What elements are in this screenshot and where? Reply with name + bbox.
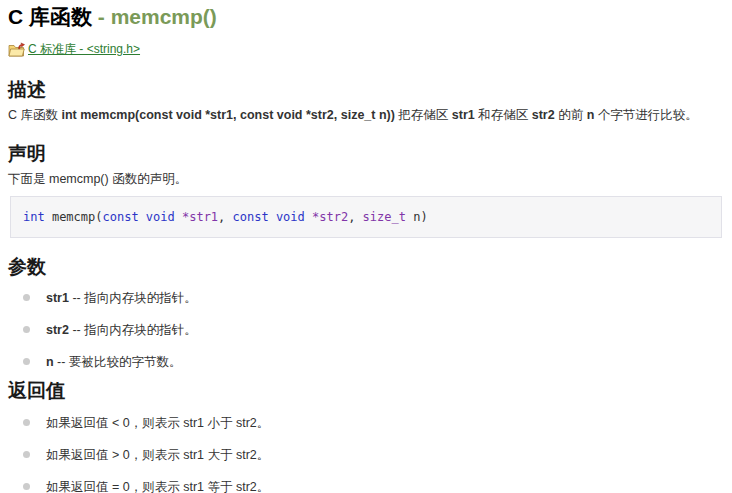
param-item: n -- 要被比较的字节数。 xyxy=(23,354,724,370)
page-title-function: - memcmp() xyxy=(98,5,217,28)
code-block: int memcmp(const void *str1, const void … xyxy=(10,196,722,238)
returns-list: 如果返回值 < 0，则表示 str1 小于 str2。 如果返回值 > 0，则表… xyxy=(8,415,724,493)
section-heading-parameters: 参数 xyxy=(8,256,724,278)
description-paragraph: C 库函数 int memcmp(const void *str1, const… xyxy=(8,107,724,123)
code-punctuation: , xyxy=(218,210,232,224)
code-punctuation: , xyxy=(348,210,362,224)
document-page: { "title": { "main": "C 库函数 ", "function… xyxy=(0,0,732,493)
description-mid3: 的前 xyxy=(555,108,587,122)
page-title: C 库函数 - memcmp() xyxy=(8,5,724,29)
stdlib-string-h-link[interactable]: C 标准库 - <string.h> xyxy=(28,41,140,58)
param-desc: -- 要被比较的字节数。 xyxy=(54,355,182,369)
description-signature: int memcmp(const void *str1, const void … xyxy=(61,108,394,122)
code-type: size_t xyxy=(363,210,406,224)
code-line: int memcmp(const void *str1, const void … xyxy=(23,210,428,224)
bullet-icon xyxy=(23,326,30,333)
section-heading-returns: 返回值 xyxy=(8,380,724,402)
return-text: 如果返回值 < 0，则表示 str1 小于 str2。 xyxy=(46,416,269,430)
description-post: 个字节进行比较。 xyxy=(594,108,697,122)
description-mid2: 和存储区 xyxy=(475,108,532,122)
param-desc: -- 指向内存块的指针。 xyxy=(69,291,197,305)
section-heading-declaration: 声明 xyxy=(8,143,724,165)
code-function: memcmp( xyxy=(52,210,103,224)
param-term: n xyxy=(46,355,54,369)
description-mid1: 把存储区 xyxy=(395,108,452,122)
declaration-intro: 下面是 memcmp() 函数的声明。 xyxy=(8,171,724,187)
folder-up-arrow-icon[interactable] xyxy=(8,42,25,58)
return-text: 如果返回值 = 0，则表示 str1 等于 str2。 xyxy=(46,480,269,493)
code-identifier: *str1 xyxy=(182,210,218,224)
bullet-icon xyxy=(23,419,30,426)
param-item: str2 -- 指向内存块的指针。 xyxy=(23,322,724,338)
bullet-icon xyxy=(23,451,30,458)
page-title-main: C 库函数 xyxy=(8,5,98,28)
bullet-icon xyxy=(23,483,30,490)
bullet-icon xyxy=(23,358,30,365)
section-heading-description: 描述 xyxy=(8,79,724,101)
bullet-icon xyxy=(23,294,30,301)
description-term-str1: str1 xyxy=(452,108,475,122)
param-term: str1 xyxy=(46,291,69,305)
return-text: 如果返回值 > 0，则表示 str1 大于 str2。 xyxy=(46,448,269,462)
return-item: 如果返回值 > 0，则表示 str1 大于 str2。 xyxy=(23,447,724,463)
code-keyword: const void xyxy=(102,210,181,224)
param-term: str2 xyxy=(46,323,69,337)
code-identifier: *str2 xyxy=(312,210,348,224)
param-desc: -- 指向内存块的指针。 xyxy=(69,323,197,337)
description-pre: C 库函数 xyxy=(8,108,61,122)
code-keyword: int xyxy=(23,210,52,224)
description-term-str2: str2 xyxy=(532,108,555,122)
param-item: str1 -- 指向内存块的指针。 xyxy=(23,290,724,306)
breadcrumb: C 标准库 - <string.h> xyxy=(8,41,724,58)
params-list: str1 -- 指向内存块的指针。 str2 -- 指向内存块的指针。 n --… xyxy=(8,290,724,370)
return-item: 如果返回值 = 0，则表示 str1 等于 str2。 xyxy=(23,479,724,493)
code-punctuation: n) xyxy=(406,210,428,224)
article-content: C 库函数 - memcmp() C 标准库 - <string.h> 描述 C… xyxy=(0,0,732,493)
code-keyword: const void xyxy=(233,210,312,224)
return-item: 如果返回值 < 0，则表示 str1 小于 str2。 xyxy=(23,415,724,431)
